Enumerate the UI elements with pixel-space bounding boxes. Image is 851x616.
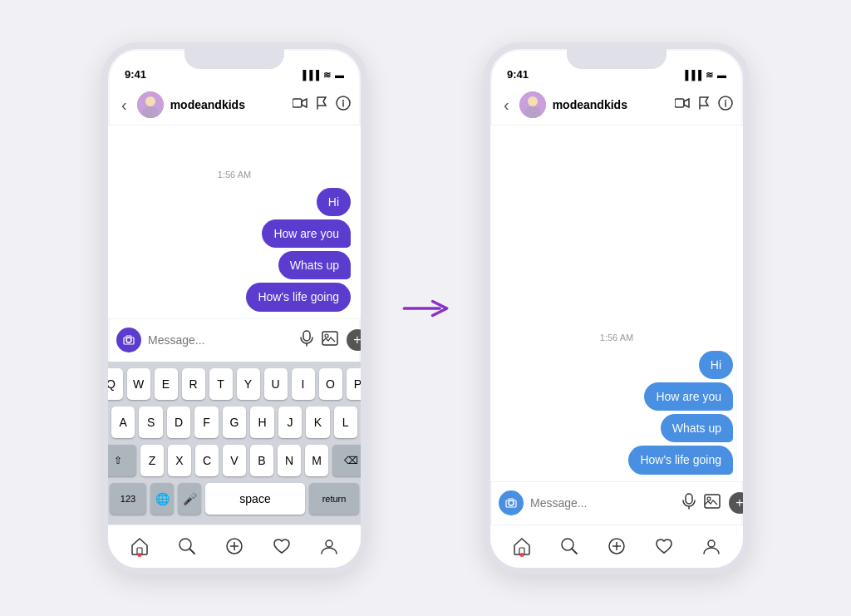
key-v[interactable]: V [223,445,246,476]
key-u[interactable]: U [264,368,288,400]
key-p[interactable]: P [347,368,368,400]
info-icon-2[interactable] [718,96,733,114]
key-b[interactable]: B [250,445,273,476]
bubble-whats-up-2: Whats up [661,414,733,442]
keyboard-row-3: ⇧ Z X C V B N M ⌫ [111,445,357,476]
avatar-2 [519,91,546,118]
keyboard-row-2: A S D F G H J K L [111,407,357,438]
plus-button-1[interactable]: + [347,329,367,351]
svg-rect-28 [686,494,692,504]
key-backspace[interactable]: ⌫ [332,445,367,476]
flag-icon-2[interactable] [698,96,710,113]
heart-tab-1[interactable] [273,537,291,555]
chat-area-1: 1:56 AM Hi How are you Whats up How's li… [108,126,361,318]
back-button-2[interactable]: ‹ [500,92,513,118]
mic-icon-2[interactable] [682,493,696,514]
key-j[interactable]: J [278,407,302,438]
input-area-1: + [108,318,361,362]
key-k[interactable]: K [306,407,329,438]
svg-line-14 [189,549,194,554]
message-input-1[interactable] [148,327,293,353]
home-tab-2[interactable] [513,537,531,555]
key-globe[interactable]: 🌐 [150,483,174,515]
svg-point-37 [708,540,715,547]
camera-button-1[interactable] [116,328,141,352]
svg-point-20 [528,96,538,106]
key-z[interactable]: Z [140,445,164,476]
keyboard-row-1: Q W E R T Y U I O P [111,368,357,400]
key-s[interactable]: S [139,407,162,438]
key-e[interactable]: E [155,368,178,400]
svg-rect-31 [519,548,524,554]
phone-1: 9:41 ▐▐▐ ≋ ▬ ‹ modeandkids [101,42,367,574]
svg-point-11 [325,334,328,338]
key-return[interactable]: return [309,483,359,515]
key-a[interactable]: A [111,407,135,438]
chat-area-2: 1:56 AM Hi How are you Whats up How's li… [490,126,743,481]
search-tab-1[interactable] [178,537,196,555]
search-tab-2[interactable] [560,537,578,555]
key-f[interactable]: F [194,407,218,438]
nav-name-1: modeandkids [170,98,286,111]
notch-1 [184,49,284,69]
camera-button-2[interactable] [499,490,524,515]
svg-rect-22 [675,99,684,107]
message-input-2[interactable] [530,490,676,516]
plus-button-2[interactable]: + [729,492,750,514]
info-icon-1[interactable] [336,96,351,114]
key-x[interactable]: X [168,445,191,476]
add-tab-1[interactable] [225,537,243,555]
mic-icon-1[interactable] [300,330,313,351]
bubble-hi-2: Hi [699,351,733,379]
key-shift[interactable]: ⇧ [101,445,136,476]
key-t[interactable]: T [209,368,233,400]
bubble-whats-up-1: Whats up [278,251,351,279]
key-l[interactable]: L [334,407,357,438]
keyboard-row-4: 123 🌐 🎤 space return [111,483,357,515]
signal-icon: ▐▐▐ [300,70,319,80]
key-h[interactable]: H [250,407,273,438]
key-q[interactable]: Q [101,368,123,400]
bubble-hows-life-1: How's life going [246,283,351,311]
key-space[interactable]: space [205,483,305,515]
video-icon-2[interactable] [675,97,690,112]
bubble-hows-life-2: How's life going [628,446,733,474]
key-y[interactable]: Y [237,368,260,400]
profile-tab-1[interactable] [320,537,338,555]
svg-point-8 [126,338,131,342]
key-123[interactable]: 123 [110,483,146,515]
video-icon-1[interactable] [293,97,307,112]
key-m[interactable]: M [305,445,328,476]
key-d[interactable]: D [167,407,190,438]
svg-rect-3 [293,99,302,107]
key-mic[interactable]: 🎤 [178,483,201,515]
time-label-2: 1:56 AM [500,333,733,342]
heart-tab-2[interactable] [655,537,673,555]
key-g[interactable]: G [223,407,246,438]
home-tab-1[interactable] [130,537,149,555]
input-icons-2: + [682,492,750,514]
svg-point-18 [326,540,332,547]
svg-point-26 [725,100,726,101]
key-i[interactable]: I [292,368,315,400]
messages-1: Hi How are you Whats up How's life going [118,188,351,312]
gallery-icon-2[interactable] [704,494,721,513]
add-tab-2[interactable] [608,537,626,555]
back-button-1[interactable]: ‹ [118,92,130,118]
input-area-2: + [490,481,743,525]
svg-marker-4 [302,99,307,107]
key-c[interactable]: C [195,445,219,476]
key-w[interactable]: W [127,368,150,400]
key-n[interactable]: N [278,445,301,476]
svg-point-7 [342,100,344,101]
key-o[interactable]: O [319,368,342,400]
status-icons-1: ▐▐▐ ≋ ▬ [300,70,344,81]
key-r[interactable]: R [182,368,205,400]
flag-icon-1[interactable] [316,96,327,113]
gallery-icon-1[interactable] [322,331,338,350]
profile-tab-2[interactable] [702,537,721,555]
svg-point-1 [145,96,155,106]
nav-actions-1 [293,96,351,114]
time-label-1: 1:56 AM [118,170,351,180]
scene: 9:41 ▐▐▐ ≋ ▬ ‹ modeandkids [0,0,851,616]
